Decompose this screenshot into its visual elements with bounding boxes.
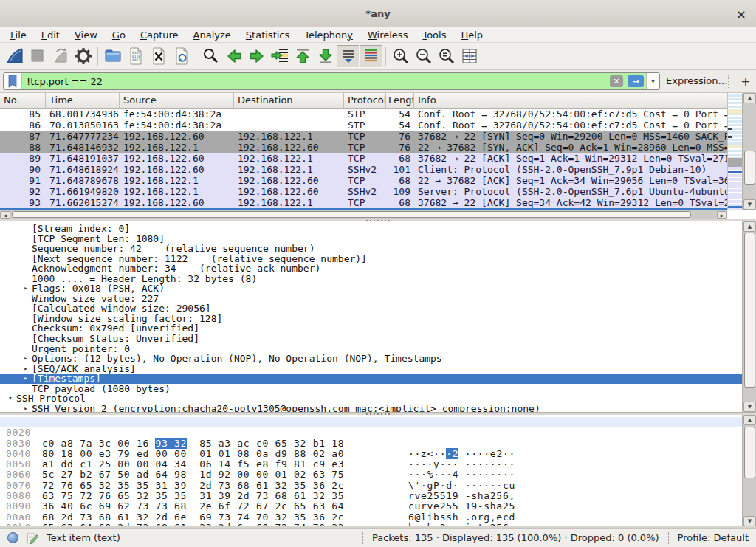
detail-line[interactable]: ▸ Flags: 0x018 (PSH, ACK) — [0, 283, 756, 294]
scroll-right-icon[interactable]: ▶ — [717, 211, 727, 219]
column-header-protocol[interactable]: Protocol — [344, 93, 386, 109]
go-forward-button[interactable] — [245, 45, 268, 68]
hex-row[interactable]: 00b0 38 34 2c 65 63 64 68 2d 73 68 61 32… — [0, 512, 756, 523]
display-filter-input[interactable] — [22, 73, 608, 89]
detail-line[interactable]: [TCP Segment Len: 1080] — [0, 234, 756, 244]
filter-clear-button[interactable]: ✕ — [608, 73, 625, 89]
menu-item[interactable]: Wireless — [360, 28, 415, 42]
menu-item[interactable]: Capture — [133, 28, 186, 42]
auto-scroll-button[interactable] — [337, 45, 360, 68]
restart-capture-button[interactable] — [49, 45, 72, 68]
column-header-time[interactable]: Time — [46, 93, 120, 109]
menu-item[interactable]: Tools — [415, 28, 453, 42]
go-to-packet-button[interactable] — [268, 45, 291, 68]
expander-icon[interactable]: ▾ — [4, 393, 16, 404]
packet-row[interactable]: 93 71.662015274 192.168.122.60 192.168.1… — [0, 197, 727, 208]
detail-line[interactable]: ▸ [Timestamps] — [0, 374, 756, 384]
details-vscrollbar[interactable]: ▲ ▼ — [742, 221, 756, 412]
detail-line[interactable]: [Window size scaling factor: 128] — [0, 314, 756, 324]
detail-line[interactable]: ▸ SSH Version 2 (encryption:chacha20-pol… — [0, 404, 756, 412]
find-packet-button[interactable] — [199, 45, 222, 68]
start-capture-button[interactable] — [3, 45, 26, 68]
capture-options-button[interactable] — [72, 45, 94, 68]
menu-item[interactable]: Telephony — [297, 28, 360, 42]
menu-item[interactable]: View — [67, 28, 105, 42]
filter-apply-button[interactable]: → — [625, 73, 646, 89]
scroll-down-icon[interactable]: ▼ — [743, 199, 756, 210]
go-to-last-button[interactable] — [314, 45, 337, 68]
detail-line[interactable]: Window size value: 227 — [0, 294, 756, 304]
scroll-up-icon[interactable]: ▲ — [743, 221, 756, 232]
expert-info-icon[interactable] — [7, 532, 18, 543]
resize-columns-button[interactable] — [458, 45, 481, 68]
scroll-down-icon[interactable]: ▼ — [743, 516, 756, 526]
menu-item[interactable]: Help — [453, 28, 490, 42]
save-file-button[interactable]: 010101100011 — [124, 45, 147, 68]
menu-item[interactable]: Analyze — [186, 28, 238, 42]
detail-line[interactable]: Sequence number: 42 (relative sequence n… — [0, 244, 756, 254]
open-file-button[interactable] — [101, 45, 124, 68]
expander-icon[interactable]: ▸ — [20, 364, 32, 374]
close-file-button[interactable] — [147, 45, 170, 68]
capture-comment-icon[interactable] — [26, 531, 39, 545]
stop-capture-button[interactable] — [26, 45, 49, 68]
packet-row[interactable]: 86 70.013850163 fe:54:00:d4:38:2a STP 54… — [0, 120, 727, 131]
hex-row[interactable]: 0060 72 76 65 32 35 35 31 39 2d 73 68 61… — [0, 459, 756, 469]
bytes-vscrollbar[interactable]: ▲ ▼ — [742, 415, 756, 526]
go-to-first-button[interactable] — [291, 45, 314, 68]
expander-icon[interactable]: ▸ — [20, 354, 32, 364]
detail-line[interactable]: Checksum: 0x79ed [unverified] — [0, 323, 756, 334]
scroll-up-icon[interactable]: ▲ — [743, 415, 756, 425]
colorize-button[interactable] — [360, 45, 382, 68]
profile-selector[interactable]: Profile: Default — [678, 532, 749, 543]
zoom-in-button[interactable] — [389, 45, 412, 68]
packet-list-vscrollbar[interactable]: ▲ ▼ — [742, 93, 756, 210]
zoom-out-button[interactable] — [412, 45, 435, 68]
scroll-down-icon[interactable]: ▼ — [743, 402, 756, 412]
scroll-thumb[interactable] — [744, 151, 755, 185]
detail-line[interactable]: ▾ SSH Protocol — [0, 393, 756, 404]
filter-history-dropdown[interactable]: ▾ — [646, 73, 659, 89]
hex-row[interactable]: 0070 63 75 72 76 65 32 35 35 31 39 2d 73… — [0, 469, 756, 480]
hex-row[interactable]: 0040 a1 dd c1 25 00 00 04 34 06 14 f5 e8… — [0, 438, 756, 449]
packet-row[interactable]: 92 71.661949820 192.168.122.1 192.168.12… — [0, 186, 727, 197]
packet-list-hscrollbar[interactable]: ◀ ▶ — [0, 210, 727, 219]
detail-line[interactable]: ▸ Options: (12 bytes), No-Operation (NOP… — [0, 354, 756, 364]
hex-row[interactable]: 0030 80 18 00 e3 79 ed 00 00 01 01 08 0a… — [0, 427, 756, 438]
detail-line[interactable]: TCP payload (1080 bytes) — [0, 384, 756, 394]
hex-row[interactable]: 0090 68 2d 73 68 61 32 2d 6e 69 73 74 70… — [0, 491, 756, 501]
reload-file-button[interactable] — [170, 45, 193, 68]
packet-row[interactable]: 89 71.648191037 192.168.122.60 192.168.1… — [0, 153, 727, 164]
expander-icon[interactable]: ▸ — [20, 404, 32, 412]
filter-bookmark-button[interactable] — [4, 73, 22, 89]
expression-button[interactable]: Expression… — [666, 75, 728, 86]
detail-line[interactable]: [Calculated window size: 29056] — [0, 303, 756, 314]
menu-item[interactable]: Go — [105, 28, 133, 42]
hex-row[interactable]: 0080 36 40 6c 69 62 73 73 68 2e 6f 72 67… — [0, 481, 756, 491]
column-header-length[interactable]: Length — [386, 93, 414, 109]
detail-line[interactable]: Urgent pointer: 0 — [0, 344, 756, 354]
close-window-button[interactable]: × — [734, 7, 749, 21]
menu-item[interactable]: Edit — [34, 28, 67, 42]
scroll-left-icon[interactable]: ◀ — [0, 211, 10, 219]
detail-line[interactable]: [Stream index: 0] — [0, 224, 756, 234]
go-back-button[interactable] — [222, 45, 245, 68]
column-header-destination[interactable]: Destination — [234, 93, 344, 109]
hex-row-highlighted[interactable]: 0020 c0 a8 7a 3c 00 16 93 32 85 a3 ac c0… — [0, 417, 742, 427]
hex-row[interactable]: 0050 5c 27 b2 67 50 ad 64 98 1d 92 00 00… — [0, 449, 756, 459]
menu-item[interactable]: File — [3, 28, 34, 42]
packet-row[interactable]: 91 71.648789678 192.168.122.1 192.168.12… — [0, 175, 727, 186]
packet-row[interactable]: 90 71.648618924 192.168.122.60 192.168.1… — [0, 164, 727, 175]
zoom-original-button[interactable] — [435, 45, 458, 68]
packet-row[interactable]: 88 71.648146932 192.168.122.1 192.168.12… — [0, 142, 727, 153]
scroll-thumb[interactable] — [744, 427, 755, 478]
add-filter-button[interactable]: + — [738, 72, 753, 90]
expander-icon[interactable]: ▸ — [20, 283, 32, 294]
column-header-source[interactable]: Source — [120, 93, 234, 109]
hex-row[interactable]: 00a0 65 63 64 68 2d 73 68 61 32 2d 6e 69… — [0, 501, 756, 512]
packet-row[interactable]: 85 68.001734936 fe:54:00:d4:38:2a STP 54… — [0, 109, 727, 120]
detail-line[interactable]: 1000 .... = Header Length: 32 bytes (8) — [0, 274, 756, 284]
packet-list-minimap[interactable] — [727, 93, 742, 210]
expander-icon[interactable]: ▸ — [20, 374, 32, 384]
scroll-thumb[interactable] — [12, 211, 691, 218]
